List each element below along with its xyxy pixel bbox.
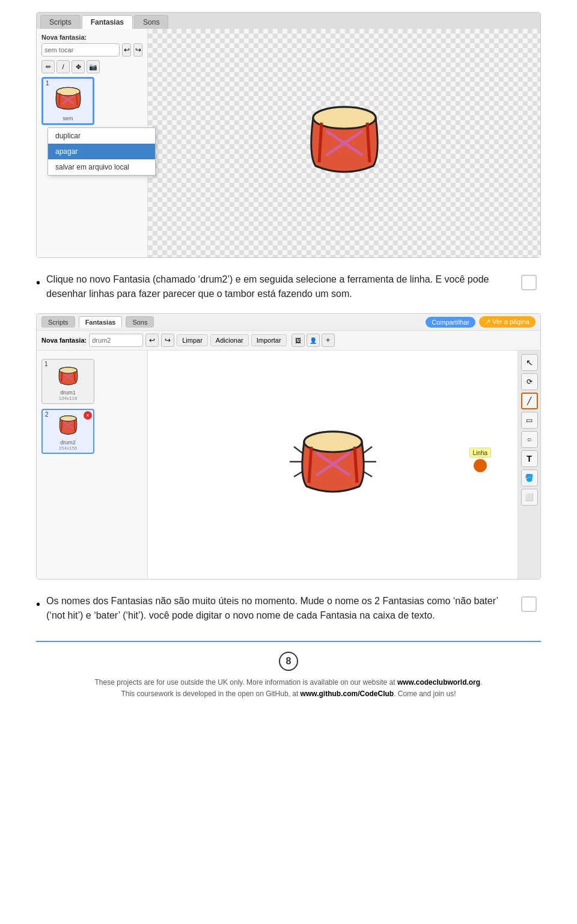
nova-fantasia-label-2: Nova fantasia:: [41, 337, 87, 344]
share-button[interactable]: Compartilhar: [426, 317, 475, 328]
checkbox-area-2: [517, 596, 541, 612]
scratch-canvas-2: Linha: [148, 350, 517, 579]
checkbox-area-1: [517, 275, 541, 290]
svg-line-3: [76, 93, 77, 105]
costume-number-1: 1: [46, 80, 49, 87]
icon-btn-b[interactable]: 👤: [307, 334, 320, 347]
nova-fantasia-label-1: Nova fantasia:: [41, 34, 142, 41]
tool-row-1: ✏ / ✥ 📷: [41, 60, 142, 73]
context-menu-item-duplicar[interactable]: duplicar: [48, 128, 155, 144]
costume2-name: drum2: [60, 439, 76, 445]
svg-line-2: [59, 93, 60, 105]
importar-btn[interactable]: Importar: [251, 334, 287, 346]
costume2-number: 2: [45, 411, 49, 418]
costume1-name: drum1: [60, 390, 76, 396]
delete-costume2-btn[interactable]: ×: [84, 411, 92, 420]
bullet-text-2: Os nomes dos Fantasias não são muito úte…: [46, 594, 517, 623]
drum1-icon: [55, 363, 82, 390]
adicionar-btn[interactable]: Adicionar: [210, 334, 249, 346]
eraser-tool[interactable]: ⬜: [521, 489, 538, 506]
drum-with-lines-icon: [273, 405, 393, 525]
undo-btn-2[interactable]: ↩: [145, 334, 159, 347]
costume2-size: 154x156: [59, 445, 78, 451]
page-number: 8: [279, 652, 298, 671]
redo-btn-1[interactable]: ↪: [133, 43, 142, 57]
footer-link-github[interactable]: www.github.com/CodeClub: [301, 690, 394, 698]
bullet-section-2: • Os nomes dos Fantasias não são muito ú…: [36, 594, 541, 623]
camera-icon-1[interactable]: 📷: [87, 60, 100, 73]
page-footer: 8 These projects are for use outside the…: [36, 641, 541, 706]
scratch-left-panel-2: 1 drum1 134x118: [37, 350, 148, 579]
bullet-text-1: Clique no novo Fantasia (chamado ‘drum2’…: [46, 272, 517, 301]
ver-pagina-button[interactable]: ↗ Ver a página: [479, 316, 536, 328]
costume-thumb-1[interactable]: 1: [41, 77, 94, 125]
scratch-tabs-1: Scripts Fantasias Sons: [37, 13, 540, 29]
tab-scripts-1[interactable]: Scripts: [40, 15, 81, 29]
svg-point-23: [304, 432, 362, 452]
move-icon-1[interactable]: ✥: [72, 60, 85, 73]
right-tools-panel: ↖ ⟳ ╱ ▭ ○ T 🪣 ⬜: [517, 350, 540, 579]
line-tool[interactable]: ╱: [521, 393, 538, 409]
tab-sons-1[interactable]: Sons: [134, 15, 168, 29]
scratch-body-2: 1 drum1 134x118: [37, 350, 540, 579]
tab-scripts-2[interactable]: Scripts: [41, 316, 75, 328]
context-menu-item-salvar[interactable]: salvar em arquivo local: [48, 159, 155, 175]
costume-thumb-drum1[interactable]: 1 drum1 134x118: [41, 359, 94, 404]
footer-text-1: These projects are for use outside the U…: [36, 677, 541, 688]
scratch-canvas-1: [148, 29, 540, 257]
rect-tool[interactable]: ▭: [521, 412, 538, 429]
svg-line-14: [61, 420, 62, 431]
context-menu-1: duplicar apagar salvar em arquivo local: [47, 127, 156, 176]
linha-badge: Linha: [469, 448, 491, 458]
svg-line-15: [74, 420, 75, 431]
cursor-tool[interactable]: ↖: [521, 354, 538, 371]
checkbox-1[interactable]: [521, 275, 537, 290]
icon-btn-c[interactable]: +: [322, 334, 335, 347]
footer-link-codeclubworld[interactable]: www.codeclubworld.org: [397, 678, 480, 687]
tab-fantasias-1[interactable]: Fantasias: [82, 15, 133, 29]
drum2-icon: [55, 412, 82, 439]
limpar-btn[interactable]: Limpar: [177, 334, 208, 346]
undo-btn-1[interactable]: ↩: [122, 43, 131, 57]
transform-tool[interactable]: ⟳: [521, 373, 538, 390]
drum-large-icon-1: [296, 95, 392, 191]
svg-line-11: [74, 372, 75, 382]
icon-btn-a[interactable]: 🖼: [292, 334, 305, 347]
costume1-number: 1: [44, 361, 48, 367]
costume-name-input-2[interactable]: [89, 334, 143, 347]
context-menu-item-apagar[interactable]: apagar: [48, 144, 155, 159]
drum-icon-1: [52, 81, 85, 114]
screenshot-1: Scripts Fantasias Sons Nova fantasia: ↩ …: [36, 12, 541, 258]
scratch-body-1: Nova fantasia: ↩ ↪ ✏ / ✥ 📷: [37, 29, 540, 257]
tab-fantasias-2[interactable]: Fantasias: [79, 316, 123, 328]
costume1-size: 134x118: [59, 396, 78, 401]
text-tool[interactable]: T: [521, 450, 538, 467]
scratch-left-panel-1: Nova fantasia: ↩ ↪ ✏ / ✥ 📷: [37, 29, 148, 257]
screenshot-2: Scripts Fantasias Sons Compartilhar ↗ Ve…: [36, 313, 541, 580]
bullet-section-1: • Clique no novo Fantasia (chamado ‘drum…: [36, 272, 541, 301]
costume-thumb-drum2[interactable]: 2 × drum2 154x156: [41, 409, 94, 454]
ellipse-tool[interactable]: ○: [521, 431, 538, 448]
svg-line-10: [61, 372, 62, 382]
fill-tool[interactable]: 🪣: [521, 470, 538, 486]
scratch-header-bar: Scripts Fantasias Sons Compartilhar ↗ Ve…: [37, 314, 540, 331]
tab-sons-2[interactable]: Sons: [126, 316, 154, 328]
redo-btn-2[interactable]: ↪: [161, 334, 174, 347]
costume-name-input-1[interactable]: [41, 43, 120, 57]
footer-text-2: This coursework is developed in the open…: [36, 688, 541, 700]
line-icon-1[interactable]: /: [56, 60, 70, 73]
paint-icon-1[interactable]: ✏: [41, 60, 55, 73]
checkbox-2[interactable]: [521, 596, 537, 612]
